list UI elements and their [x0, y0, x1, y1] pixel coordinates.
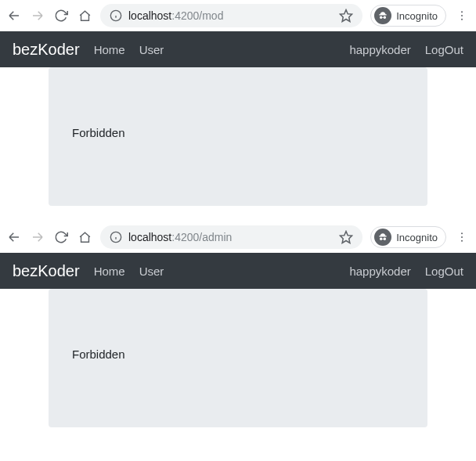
forbidden-message: Forbidden	[72, 348, 404, 361]
app-navbar: bezKoder Home User happykoder LogOut	[0, 253, 476, 289]
bookmark-star-icon[interactable]	[339, 230, 353, 244]
forward-button[interactable]	[30, 229, 45, 245]
svg-point-6	[461, 19, 463, 20]
svg-point-4	[461, 11, 463, 13]
content-box: Forbidden	[49, 67, 427, 206]
back-button[interactable]	[6, 229, 22, 245]
svg-point-11	[461, 232, 463, 234]
url-path: :4200/admin	[171, 231, 232, 243]
back-button[interactable]	[6, 8, 22, 23]
incognito-label: Incognito	[396, 10, 438, 22]
url-path: :4200/mod	[171, 9, 223, 22]
home-button[interactable]	[77, 229, 92, 245]
nav-link-username[interactable]: happykoder	[349, 43, 410, 56]
browser-window-2: localhost:4200/admin Incognito bezKoder …	[0, 221, 476, 427]
forbidden-message: Forbidden	[72, 126, 404, 139]
nav-link-home[interactable]: Home	[94, 265, 125, 278]
chrome-toolbar: localhost:4200/mod Incognito	[0, 0, 476, 31]
brand-logo[interactable]: bezKoder	[13, 41, 80, 59]
chrome-menu-button[interactable]	[454, 8, 470, 23]
svg-marker-10	[341, 232, 352, 243]
incognito-icon	[374, 7, 391, 24]
chrome-toolbar: localhost:4200/admin Incognito	[0, 221, 476, 253]
incognito-badge[interactable]: Incognito	[370, 226, 446, 248]
content-area: Forbidden	[0, 289, 476, 427]
url-text: localhost:4200/admin	[128, 231, 333, 243]
nav-link-user[interactable]: User	[139, 43, 164, 56]
nav-link-logout[interactable]: LogOut	[425, 43, 463, 56]
nav-link-logout[interactable]: LogOut	[425, 265, 463, 278]
url-host: localhost	[128, 231, 171, 243]
browser-window-1: localhost:4200/mod Incognito bezKoder Ho…	[0, 0, 476, 206]
content-box: Forbidden	[49, 289, 427, 427]
nav-left: Home User	[94, 265, 164, 278]
reload-button[interactable]	[53, 8, 69, 23]
nav-link-username[interactable]: happykoder	[349, 265, 410, 278]
reload-button[interactable]	[53, 229, 69, 245]
address-bar[interactable]: localhost:4200/admin	[100, 225, 362, 249]
nav-link-user[interactable]: User	[139, 265, 164, 278]
site-info-icon[interactable]	[110, 231, 122, 243]
nav-right: happykoder LogOut	[349, 43, 463, 56]
forward-button[interactable]	[30, 8, 45, 23]
incognito-badge[interactable]: Incognito	[370, 5, 446, 27]
url-host: localhost	[128, 9, 171, 22]
content-area: Forbidden	[0, 67, 476, 206]
site-info-icon[interactable]	[110, 9, 122, 22]
svg-point-12	[461, 236, 463, 238]
brand-logo[interactable]: bezKoder	[13, 262, 80, 280]
nav-link-home[interactable]: Home	[94, 43, 125, 56]
incognito-label: Incognito	[396, 232, 438, 243]
chrome-menu-button[interactable]	[454, 229, 470, 245]
app-navbar: bezKoder Home User happykoder LogOut	[0, 31, 476, 67]
nav-right: happykoder LogOut	[349, 265, 463, 278]
svg-point-5	[461, 15, 463, 16]
home-button[interactable]	[77, 8, 92, 23]
nav-left: Home User	[94, 43, 164, 56]
bookmark-star-icon[interactable]	[339, 9, 353, 23]
incognito-icon	[374, 229, 391, 246]
svg-point-13	[461, 240, 463, 242]
svg-marker-3	[341, 10, 352, 22]
url-text: localhost:4200/mod	[128, 9, 333, 22]
address-bar[interactable]: localhost:4200/mod	[100, 4, 362, 27]
